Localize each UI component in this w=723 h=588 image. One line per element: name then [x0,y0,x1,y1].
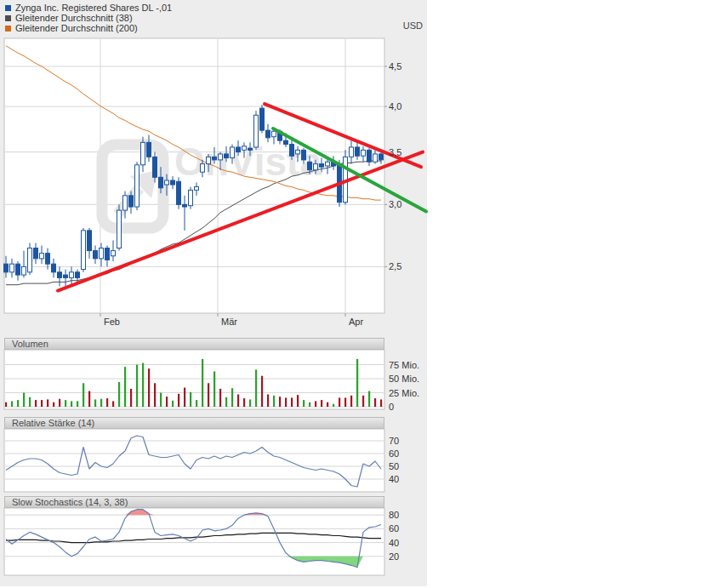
rsi-axis-label: 60 [389,448,399,460]
instrument-series-marker [5,5,11,11]
legend-item-label: Zynga Inc. Registered Shares DL -,01 [15,3,172,13]
volume-axis-label: 0 [389,401,394,413]
legend-item-label: Gleitender Durchschnitt (38) [15,13,133,23]
price-y-axis-label: 3,5 [389,146,401,158]
ma200-series-marker [5,26,11,31]
legend-item-label: Gleitender Durchschnitt (200) [15,23,138,33]
rsi-panel-title: Relative Stärke (14) [12,418,94,428]
legend-item-ma38: Gleitender Durchschnitt (38) [5,13,172,23]
price-y-axis-label: 3,0 [389,198,401,210]
volume-axis-label: 25 Mio. [389,387,419,399]
volume-chart-canvas [4,350,384,409]
stochastics-chart-canvas [4,508,384,575]
stochastics-panel-title: Slow Stochastics (14, 3, 38) [12,497,128,507]
time-axis-label: Mär [221,316,237,328]
price-chart-canvas: OnVista [4,38,430,313]
currency-label: USD [385,20,423,31]
legend-item-instrument: Zynga Inc. Registered Shares DL -,01 [5,3,172,13]
price-y-axis-label: 2,5 [389,260,401,272]
chart-legend: Zynga Inc. Registered Shares DL -,01 Gle… [5,3,172,33]
rsi-panel-header: Relative Stärke (14) [4,417,384,429]
volume-axis-label: 50 Mio. [389,373,419,385]
time-axis-label: Apr [349,316,363,328]
rsi-axis-label: 50 [389,460,399,472]
price-y-axis-label: 4,0 [389,100,401,112]
volume-panel-title: Volumen [12,339,48,349]
stochastics-panel-header: Slow Stochastics (14, 3, 38) [4,496,384,508]
volume-axis-label: 75 Mio. [389,359,419,371]
stochastics-axis-label: 20 [389,551,399,562]
stochastics-axis-label: 80 [389,509,399,521]
ma38-series-marker [5,15,11,21]
rsi-axis-label: 70 [389,435,399,447]
price-y-axis-label: 4,5 [389,60,401,72]
rsi-chart-canvas [4,429,384,492]
stochastics-axis-label: 40 [389,537,399,549]
stochastics-axis-label: 60 [389,522,399,534]
legend-item-ma200: Gleitender Durchschnitt (200) [5,23,172,33]
rsi-axis-label: 40 [389,473,399,485]
time-axis-label: Feb [104,316,120,328]
volume-panel-header: Volumen [4,338,384,350]
